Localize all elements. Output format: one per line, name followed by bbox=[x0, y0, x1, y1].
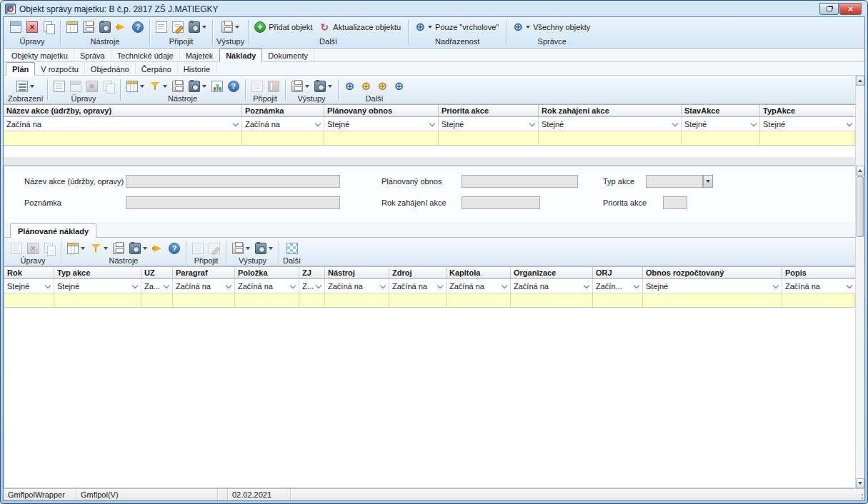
filter-input[interactable] bbox=[447, 293, 511, 307]
camera-button[interactable] bbox=[97, 19, 113, 35]
filter-operator-dropdown[interactable]: Začíná na bbox=[173, 279, 235, 293]
filter-input[interactable] bbox=[539, 131, 682, 145]
update-object-button[interactable]: Aktualizace objektu bbox=[316, 19, 404, 35]
tab-historie[interactable]: Historie bbox=[178, 63, 216, 75]
delete-record-button[interactable] bbox=[25, 241, 41, 256]
filter-input[interactable] bbox=[54, 293, 141, 307]
column-header[interactable]: Poznámka bbox=[242, 105, 324, 116]
attach-book-button[interactable] bbox=[266, 79, 281, 94]
filter-input[interactable] bbox=[389, 293, 447, 307]
target-button-2[interactable] bbox=[359, 79, 374, 94]
outputs-print-button[interactable] bbox=[289, 79, 311, 94]
edit-button[interactable] bbox=[8, 19, 24, 35]
filter-operator-dropdown[interactable]: Začíná na bbox=[389, 279, 447, 293]
filter-operator-dropdown[interactable]: Začíná na bbox=[782, 279, 855, 293]
filter-operator-dropdown[interactable]: Začíná na bbox=[511, 279, 593, 293]
rok-zahajeni-field[interactable] bbox=[462, 196, 540, 209]
column-header[interactable]: Zdroj bbox=[389, 267, 447, 278]
table-button[interactable] bbox=[65, 241, 87, 256]
tab-majetek[interactable]: Majetek bbox=[180, 49, 220, 61]
filter-operator-dropdown[interactable]: Z... bbox=[299, 279, 325, 293]
only-top-level-button[interactable]: Pouze "vrcholove" bbox=[412, 19, 502, 35]
outputs-export-button[interactable] bbox=[253, 241, 275, 256]
filter-input[interactable] bbox=[235, 293, 299, 307]
attach-document-button[interactable] bbox=[154, 19, 169, 35]
target-button-4[interactable] bbox=[391, 79, 407, 94]
target-button-3[interactable] bbox=[375, 79, 391, 94]
filter-input[interactable] bbox=[4, 293, 54, 307]
filter-operator-dropdown[interactable]: Stejné bbox=[643, 279, 782, 293]
attach-document-button[interactable] bbox=[190, 241, 206, 256]
nazev-akce-field[interactable] bbox=[126, 175, 340, 188]
all-objects-button[interactable]: Všechny objekty bbox=[510, 19, 594, 35]
attach-edit-button[interactable] bbox=[206, 241, 222, 256]
copy-record-button[interactable] bbox=[41, 241, 57, 256]
column-header[interactable]: Obnos rozpočtovaný bbox=[643, 267, 782, 278]
poznamka-field[interactable] bbox=[126, 196, 340, 209]
filter-operator-dropdown[interactable]: Začíná na bbox=[325, 279, 389, 293]
tab-naklady[interactable]: Náklady bbox=[219, 49, 262, 62]
tab-objednano[interactable]: Objednáno bbox=[85, 63, 136, 75]
column-header[interactable]: Plánovaný obnos bbox=[324, 105, 439, 116]
delete-button[interactable] bbox=[24, 19, 40, 35]
column-header[interactable]: TypAkce bbox=[760, 105, 855, 116]
column-header[interactable]: Rok zahájení akce bbox=[539, 105, 682, 116]
filter-operator-dropdown[interactable]: Začíná na bbox=[447, 279, 511, 293]
typ-akce-dropdown-button[interactable] bbox=[703, 175, 713, 188]
filter-input[interactable] bbox=[4, 131, 242, 145]
table-button[interactable] bbox=[64, 19, 80, 35]
help-button[interactable] bbox=[166, 241, 182, 256]
table-button[interactable] bbox=[124, 79, 146, 94]
filter-input[interactable] bbox=[782, 293, 855, 307]
help-button[interactable] bbox=[130, 19, 146, 35]
camera-button[interactable] bbox=[186, 79, 209, 94]
close-button[interactable] bbox=[839, 3, 862, 15]
help-button[interactable] bbox=[226, 79, 241, 94]
column-header[interactable]: UZ bbox=[141, 267, 173, 278]
print-button[interactable] bbox=[81, 19, 96, 35]
filter-input[interactable] bbox=[511, 293, 593, 307]
filter-input[interactable] bbox=[141, 293, 173, 307]
view-menu-button[interactable] bbox=[14, 79, 36, 94]
resize-grip[interactable] bbox=[854, 489, 864, 500]
column-header[interactable]: Priorita akce bbox=[439, 105, 539, 116]
tab-technicke-udaje[interactable]: Technické údaje bbox=[111, 49, 180, 61]
column-header[interactable]: Položka bbox=[235, 267, 299, 278]
filter-operator-dropdown[interactable]: Začíná na bbox=[242, 117, 324, 131]
filter-input[interactable] bbox=[173, 293, 235, 307]
filter-button[interactable] bbox=[88, 241, 110, 256]
filter-operator-dropdown[interactable]: Začíná na bbox=[235, 279, 299, 293]
tab-sprava[interactable]: Správa bbox=[74, 49, 111, 61]
edit-record-button[interactable] bbox=[68, 79, 84, 94]
tab-plan[interactable]: Plán bbox=[6, 62, 35, 76]
column-header[interactable]: ZJ bbox=[299, 267, 325, 278]
delete-record-button[interactable] bbox=[84, 79, 100, 94]
planovany-obnos-field[interactable] bbox=[462, 175, 578, 188]
typ-akce-field[interactable] bbox=[646, 175, 703, 188]
panel-scroll-up-button[interactable] bbox=[856, 166, 864, 176]
filter-input[interactable] bbox=[643, 293, 782, 307]
tab-dokumenty[interactable]: Dokumenty bbox=[262, 49, 314, 61]
outputs-export-button[interactable] bbox=[312, 79, 334, 94]
attach-image-button[interactable] bbox=[186, 19, 209, 35]
column-header[interactable]: Paragraf bbox=[173, 267, 235, 278]
column-header[interactable]: ORJ bbox=[593, 267, 643, 278]
scroll-down-button[interactable] bbox=[856, 478, 864, 488]
column-header[interactable]: Typ akce bbox=[54, 267, 141, 278]
filter-operator-dropdown[interactable]: Stejné bbox=[682, 117, 760, 131]
scrollbar-thumb[interactable] bbox=[857, 176, 864, 237]
tab-planovane-naklady[interactable]: Plánované náklady bbox=[10, 223, 96, 238]
tab-v-rozpoctu[interactable]: V rozpočtu bbox=[35, 63, 85, 75]
new-record-button[interactable] bbox=[51, 79, 67, 94]
filter-input[interactable] bbox=[593, 293, 643, 307]
copy-button[interactable] bbox=[41, 19, 56, 35]
filter-operator-dropdown[interactable]: Stejné bbox=[54, 279, 141, 293]
column-header[interactable]: Kapitola bbox=[447, 267, 511, 278]
filter-operator-dropdown[interactable]: Stejné bbox=[4, 279, 54, 293]
column-header[interactable]: Název akce (údržby, opravy) bbox=[4, 105, 242, 116]
outputs-print-button[interactable] bbox=[230, 241, 252, 256]
filter-button[interactable] bbox=[147, 79, 169, 94]
filter-operator-dropdown[interactable]: Za... bbox=[141, 279, 173, 293]
filter-operator-dropdown[interactable]: Stejné bbox=[439, 117, 539, 131]
copy-record-button[interactable] bbox=[101, 79, 116, 94]
